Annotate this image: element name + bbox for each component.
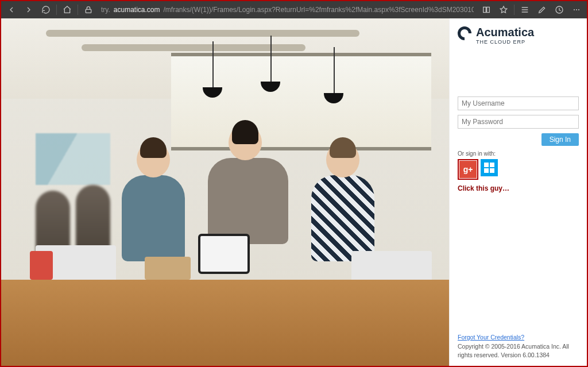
or-signin-label: Or sign in with: xyxy=(458,150,579,157)
favorite-button[interactable] xyxy=(496,2,512,18)
webnote-button[interactable] xyxy=(534,2,550,18)
reading-view-button[interactable] xyxy=(478,2,494,18)
separator xyxy=(56,5,57,15)
hub-button[interactable] xyxy=(517,2,533,18)
microsoft-signin-button[interactable] xyxy=(481,159,498,176)
address-bar[interactable]: try.acumatica.com/mfranks/(W(1))/Frames/… xyxy=(101,6,474,14)
login-footer: Forgot Your Credentials? Copyright © 200… xyxy=(458,333,579,360)
windows-icon xyxy=(484,163,494,173)
annotation-highlight: g+ xyxy=(458,159,478,180)
svg-point-4 xyxy=(578,9,579,10)
screenshot-frame: try.acumatica.com/mfranks/(W(1))/Frames/… xyxy=(0,0,588,367)
username-input[interactable] xyxy=(458,96,579,110)
google-plus-signin-button[interactable]: g+ xyxy=(459,161,477,178)
url-domain: acumatica.com xyxy=(114,6,160,14)
svg-rect-0 xyxy=(86,9,91,13)
separator xyxy=(514,5,514,15)
share-button[interactable] xyxy=(551,2,567,18)
hero-image xyxy=(1,18,449,366)
browser-toolbar: try.acumatica.com/mfranks/(W(1))/Frames/… xyxy=(1,1,587,18)
signin-button[interactable]: Sign In xyxy=(541,133,579,146)
annotation-text: Click this guy… xyxy=(458,184,579,192)
forward-button[interactable] xyxy=(21,2,37,18)
lock-icon xyxy=(80,2,96,18)
page-body: Acumatica THE CLOUD ERP Sign In Or sign … xyxy=(1,18,587,366)
refresh-button[interactable] xyxy=(38,2,54,18)
brand-name: Acumatica xyxy=(476,26,534,38)
svg-point-3 xyxy=(576,9,577,10)
brand-logo: Acumatica THE CLOUD ERP xyxy=(458,26,579,45)
forgot-credentials-link[interactable]: Forgot Your Credentials? xyxy=(458,334,524,341)
svg-point-2 xyxy=(574,9,575,10)
password-input[interactable] xyxy=(458,115,579,129)
separator xyxy=(78,5,78,15)
home-button[interactable] xyxy=(59,2,75,18)
copyright-text: Copyright © 2005-2016 Acumatica Inc. All… xyxy=(458,343,569,359)
login-panel: Acumatica THE CLOUD ERP Sign In Or sign … xyxy=(449,18,587,366)
more-button[interactable] xyxy=(568,2,585,18)
brand-tagline: THE CLOUD ERP xyxy=(476,39,534,45)
url-prefix: try. xyxy=(101,6,110,14)
logo-mark-icon xyxy=(458,26,471,40)
back-button[interactable] xyxy=(3,2,20,18)
url-path: /mfranks/(W(1))/Frames/Login.aspx?Return… xyxy=(163,6,474,14)
